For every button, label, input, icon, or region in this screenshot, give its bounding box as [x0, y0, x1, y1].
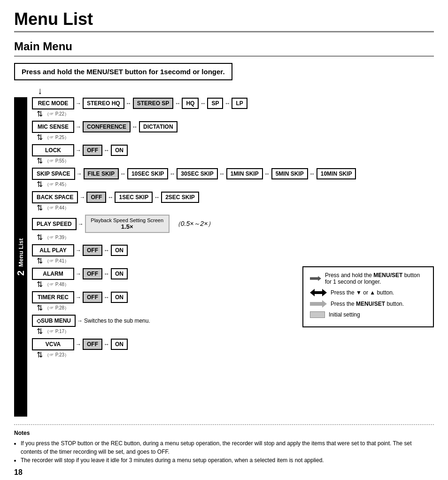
arrow-right-icon: →: [79, 194, 85, 201]
skip-space-group: SKIP SPACE → FILE SKIP ↔ 10SEC SKIP ↔ 30…: [32, 168, 434, 188]
alarm-options: OFF ↔ ON: [83, 268, 128, 279]
option-off: OFF: [86, 192, 106, 203]
mic-sense-row: MIC SENSE → CONFERENCE ↔ DICTATION: [32, 121, 434, 133]
play-speed-row: PLAY SPEED → Playback Speed Setting Scre…: [32, 215, 434, 233]
back-space-item: BACK SPACE: [32, 191, 78, 203]
dark-arrow-icon: [310, 275, 321, 282]
vcva-updown: ⇅ （☞ P.23）: [37, 351, 434, 359]
notes-title: Notes: [14, 429, 434, 437]
option-on: ON: [111, 245, 128, 256]
sub-menu-note: Switches to the sub menu.: [84, 317, 150, 324]
back-space-ref: （☞ P.44）: [45, 205, 69, 211]
option-on: ON: [111, 145, 128, 156]
option-stereo-hq: STEREO HQ: [83, 98, 124, 109]
section-divider: [14, 56, 434, 56]
double-arrow-icon: ↔: [132, 124, 138, 130]
legend-row-2: Press the ▼ or ▲ button.: [310, 289, 426, 296]
page-title: Menu List: [14, 9, 434, 29]
sub-menu-ref: （☞ P.17）: [45, 328, 69, 335]
double-arrow-icon: [310, 289, 327, 296]
back-space-updown: ⇅ （☞ P.44）: [37, 204, 434, 212]
option-conference: CONFERENCE: [83, 121, 131, 132]
press-hold-instruction: Press and hold the MENU/SET button for 1…: [14, 63, 232, 80]
timer-rec-item: TIMER REC: [32, 291, 74, 303]
svg-marker-0: [310, 276, 321, 281]
updown-arrows: ⇅: [37, 281, 43, 288]
updown-arrows: ⇅: [37, 181, 43, 188]
double-arrow-icon: ↔: [309, 170, 315, 177]
down-arrow-icon: ↓: [14, 86, 434, 95]
rec-mode-group: REC MODE → STEREO HQ ↔ STEREO SP ↔ HQ ↔ …: [32, 97, 434, 118]
arrow-right-icon: →: [76, 271, 81, 277]
double-arrow-icon: ↔: [170, 170, 175, 177]
updown-arrows: ⇅: [37, 110, 43, 118]
option-off: OFF: [83, 339, 102, 350]
mic-sense-item: MIC SENSE: [32, 121, 74, 133]
legend-box: Press and hold the MENU/SET button for 1…: [302, 266, 434, 327]
diagram-area: REC MODE → STEREO HQ ↔ STEREO SP ↔ HQ ↔ …: [27, 97, 434, 417]
back-space-row: BACK SPACE → OFF ↔ 1SEC SKIP ↔ 2SEC SKIP: [32, 191, 434, 203]
vcva-item: VCVA: [32, 338, 74, 350]
page-number: 18: [14, 468, 23, 476]
rec-mode-options: STEREO HQ ↔ STEREO SP ↔ HQ ↔ SP ↔ LP: [83, 98, 247, 109]
arrow-right-icon: →: [76, 147, 81, 154]
all-play-item: ALL PLAY: [32, 244, 74, 256]
main-content-area: 2 Menu List REC MODE → STEREO HQ ↔ STERE…: [14, 97, 434, 417]
lock-ref: （☞ P.55）: [45, 158, 69, 164]
section-title: Main Menu: [14, 40, 434, 53]
skip-space-options: FILE SKIP ↔ 10SEC SKIP ↔ 30SEC SKIP ↔ 1M…: [84, 168, 356, 179]
option-on: ON: [111, 292, 128, 303]
mic-sense-options: CONFERENCE ↔ DICTATION: [83, 121, 178, 132]
option-off: OFF: [83, 245, 102, 256]
all-play-ref: （☞ P.41）: [45, 258, 69, 264]
updown-arrows: ⇅: [37, 304, 43, 312]
updown-arrows: ⇅: [37, 157, 43, 165]
double-arrow-icon: ↔: [200, 100, 206, 107]
legend-row-1: Press and hold the MENU/SET button for 1…: [310, 272, 426, 285]
mic-sense-group: MIC SENSE → CONFERENCE ↔ DICTATION ⇅ （☞ …: [32, 121, 434, 141]
updown-arrows: ⇅: [37, 134, 43, 141]
double-arrow-icon: ↔: [175, 100, 180, 107]
sub-menu-updown: ⇅ （☞ P.17）: [37, 328, 434, 335]
alarm-item: ALARM: [32, 268, 74, 280]
vcva-options: OFF ↔ ON: [83, 339, 128, 350]
option-stereo-sp: STEREO SP: [133, 98, 174, 109]
dotted-divider: [14, 424, 434, 425]
legend-text-1: Press and hold the MENU/SET button for 1…: [325, 272, 426, 285]
legend-row-3: Press the MENU/SET button.: [310, 300, 426, 308]
lock-row: LOCK → OFF ↔ ON: [32, 144, 434, 156]
lock-item: LOCK: [32, 144, 74, 156]
legend-row-4: Initial setting: [310, 311, 426, 318]
timer-rec-options: OFF ↔ ON: [83, 292, 128, 303]
mic-sense-updown: ⇅ （☞ P.25）: [37, 134, 434, 141]
option-file-skip: FILE SKIP: [84, 168, 119, 179]
notes-section: Notes If you press the STOP button or th…: [14, 429, 434, 465]
vcva-ref: （☞ P.23）: [45, 352, 69, 358]
arrow-right-icon: →: [76, 247, 81, 254]
option-5min-skip: 5MIN SKIP: [271, 168, 308, 179]
all-play-group: ALL PLAY → OFF ↔ ON ⇅ （☞ P.41）: [32, 244, 434, 265]
chapter-label: Menu List: [17, 238, 24, 267]
play-speed-ref: （☞ P.39）: [45, 234, 69, 241]
skip-space-item: SKIP SPACE: [32, 168, 75, 180]
playback-screen-label: Playback Speed Setting Screen: [91, 217, 163, 223]
double-arrow-icon: ↔: [154, 194, 160, 201]
playback-speed-box: Playback Speed Setting Screen 1.5×: [85, 215, 170, 233]
option-30sec-skip: 30SEC SKIP: [177, 168, 217, 179]
option-lp: LP: [232, 98, 247, 109]
legend-text-2: Press the ▼ or ▲ button.: [331, 289, 394, 296]
arrow-right-icon: →: [76, 124, 81, 130]
chapter-bar: 2 Menu List: [14, 97, 27, 417]
double-arrow-icon: ↔: [219, 170, 225, 177]
double-arrow-icon: ↔: [264, 170, 270, 177]
arrow-right-icon: →: [76, 294, 81, 301]
double-arrow-icon: ↔: [120, 170, 126, 177]
chapter-number: 2: [15, 271, 26, 276]
all-play-updown: ⇅ （☞ P.41）: [37, 257, 434, 265]
svg-marker-2: [310, 300, 327, 308]
option-on: ON: [111, 339, 128, 350]
double-arrow-icon: ↔: [104, 271, 109, 277]
playback-speed-value: 1.5×: [91, 223, 164, 230]
double-arrow-icon: ↔: [224, 100, 230, 107]
updown-arrows: ⇅: [37, 204, 43, 212]
